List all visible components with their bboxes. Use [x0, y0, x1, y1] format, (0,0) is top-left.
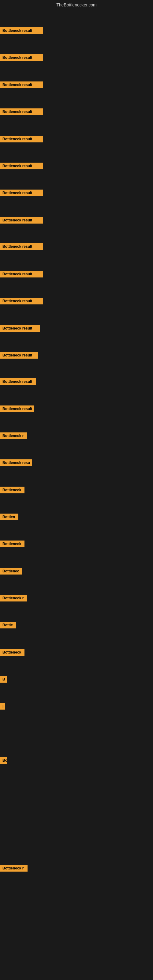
bottleneck-badge-6[interactable]: Bottleneck result — [0, 162, 43, 169]
bottleneck-item-17: Bottleneck resu — [0, 460, 32, 467]
bottleneck-badge-3[interactable]: Bottleneck result — [0, 81, 43, 88]
bottleneck-badge-14[interactable]: Bottleneck result — [0, 378, 36, 385]
bottleneck-badge-19[interactable]: Bottlen — [0, 514, 18, 520]
bottleneck-item-11: Bottleneck result — [0, 298, 43, 305]
bottleneck-item-5: Bottleneck result — [0, 136, 43, 144]
bottleneck-item-4: Bottleneck result — [0, 108, 43, 116]
bottleneck-badge-5[interactable]: Bottleneck result — [0, 136, 43, 142]
bottleneck-item-28: Bottleneck r — [0, 865, 27, 873]
bottleneck-badge-13[interactable]: Bottleneck result — [0, 352, 38, 359]
bottleneck-item-26: | — [0, 703, 5, 711]
bottleneck-item-6: Bottleneck result — [0, 162, 43, 170]
bottleneck-badge-16[interactable]: Bottleneck r — [0, 433, 27, 439]
bottleneck-item-21: Bottlenec — [0, 568, 22, 576]
bottleneck-item-12: Bottleneck result — [0, 325, 40, 333]
bottleneck-badge-7[interactable]: Bottleneck result — [0, 189, 43, 196]
bottleneck-badge-9[interactable]: Bottleneck result — [0, 243, 43, 250]
bottleneck-item-8: Bottleneck result — [0, 217, 43, 225]
bottleneck-item-7: Bottleneck result — [0, 189, 43, 197]
bottleneck-item-27: Bo — [0, 757, 7, 765]
bottleneck-badge-8[interactable]: Bottleneck result — [0, 217, 43, 224]
bottleneck-badge-25[interactable]: B — [0, 676, 7, 682]
bottleneck-badge-11[interactable]: Bottleneck result — [0, 298, 43, 304]
bottleneck-badge-20[interactable]: Bottleneck — [0, 541, 24, 547]
bottleneck-item-16: Bottleneck r — [0, 433, 27, 441]
bottleneck-item-15: Bottleneck result — [0, 406, 34, 414]
bottleneck-badge-17[interactable]: Bottleneck resu — [0, 460, 32, 466]
bottleneck-item-18: Bottleneck — [0, 487, 24, 495]
bottleneck-item-2: Bottleneck result — [0, 54, 43, 62]
bottleneck-badge-28[interactable]: Bottleneck r — [0, 865, 27, 872]
bottleneck-item-19: Bottlen — [0, 514, 18, 522]
bottleneck-badge-15[interactable]: Bottleneck result — [0, 406, 34, 412]
bottleneck-badge-21[interactable]: Bottlenec — [0, 568, 22, 574]
site-title: TheBottlenecker.com — [0, 0, 153, 10]
bottleneck-item-13: Bottleneck result — [0, 352, 38, 360]
bottleneck-item-10: Bottleneck result — [0, 271, 43, 279]
bottleneck-badge-24[interactable]: Bottleneck — [0, 649, 24, 656]
bottleneck-badge-12[interactable]: Bottleneck result — [0, 325, 40, 332]
bottleneck-item-3: Bottleneck result — [0, 81, 43, 89]
bottleneck-item-20: Bottleneck — [0, 541, 24, 549]
bottleneck-badge-10[interactable]: Bottleneck result — [0, 271, 43, 277]
bottleneck-item-25: B — [0, 676, 7, 684]
bottleneck-badge-23[interactable]: Bottle — [0, 622, 16, 628]
bottleneck-badge-2[interactable]: Bottleneck result — [0, 54, 43, 61]
bottleneck-badge-27[interactable]: Bo — [0, 757, 7, 764]
bottleneck-badge-4[interactable]: Bottleneck result — [0, 108, 43, 115]
bottleneck-badge-22[interactable]: Bottleneck r — [0, 595, 27, 601]
bottleneck-item-22: Bottleneck r — [0, 595, 27, 603]
bottleneck-badge-18[interactable]: Bottleneck — [0, 487, 24, 493]
bottleneck-item-1: Bottleneck result — [0, 27, 43, 35]
bottleneck-badge-26[interactable]: | — [0, 703, 5, 710]
bottleneck-item-14: Bottleneck result — [0, 378, 36, 386]
bottleneck-badge-1[interactable]: Bottleneck result — [0, 27, 43, 34]
bottleneck-item-24: Bottleneck — [0, 649, 24, 657]
bottleneck-item-23: Bottle — [0, 622, 16, 630]
bottleneck-item-9: Bottleneck result — [0, 243, 43, 251]
